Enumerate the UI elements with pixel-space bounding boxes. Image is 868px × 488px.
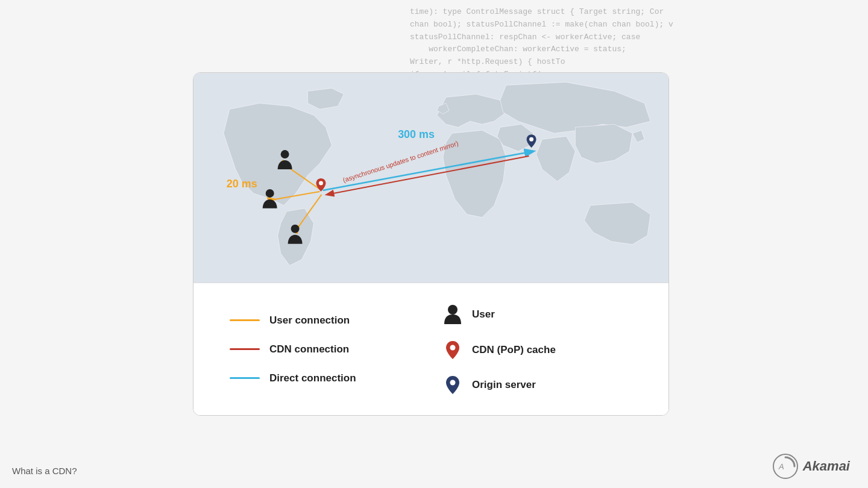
legend-cdn-connection-line [230,348,260,350]
svg-point-13 [450,380,456,385]
legend-cdn-pop-label: CDN (PoP) cache [472,344,556,356]
svg-point-8 [281,150,289,158]
legend-col-right: User CDN (PoP) cache [419,305,632,394]
svg-point-7 [529,137,533,142]
legend-user-connection-label: User connection [269,314,350,327]
legend-user-label: User [472,308,495,321]
svg-point-10 [291,225,300,233]
svg-point-12 [450,345,456,350]
legend-direct-connection: Direct connection [230,372,419,384]
svg-point-9 [266,189,274,198]
legend-origin-server-icon [443,376,462,394]
legend-cdn-pop-icon [443,341,462,359]
world-map-svg: 300 ms 20 ms (asynchronous updates to co… [193,73,668,284]
akamai-brand-name: Akamai [803,458,850,474]
akamai-logo-icon: A [773,454,798,479]
legend-direct-connection-line [230,377,260,379]
legend-area: User connection CDN connection Direct co… [193,283,668,415]
legend-cdn-connection-label: CDN connection [269,343,349,355]
legend-origin-server-label: Origin server [472,379,536,391]
legend-direct-connection-label: Direct connection [269,372,356,384]
svg-point-11 [448,305,458,314]
footer-text: What is a CDN? [12,466,77,476]
legend-user: User [443,305,632,324]
legend-user-connection: User connection [230,314,419,327]
akamai-logo: A Akamai [773,454,850,479]
label-20ms: 20 ms [227,178,257,190]
legend-col-left: User connection CDN connection Direct co… [230,314,419,384]
legend-cdn-connection: CDN connection [230,343,419,355]
legend-user-icon [443,305,462,324]
label-300ms: 300 ms [398,128,435,140]
legend-cdn-pop: CDN (PoP) cache [443,341,632,359]
legend-origin-server: Origin server [443,376,632,394]
svg-point-6 [319,181,323,185]
map-area: 300 ms 20 ms (asynchronous updates to co… [193,73,668,284]
diagram-card: 300 ms 20 ms (asynchronous updates to co… [193,72,669,416]
svg-text:A: A [778,462,784,471]
legend-user-connection-line [230,319,260,321]
